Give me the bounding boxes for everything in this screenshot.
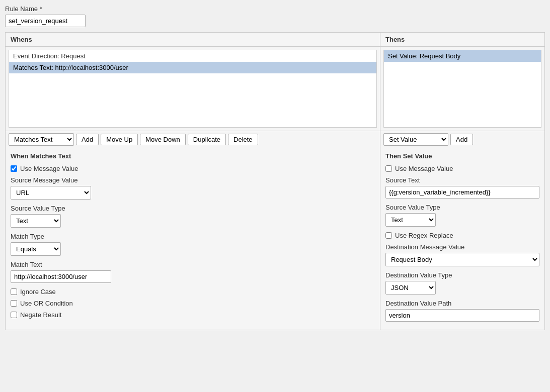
when-matches-text-form: Use Message Value Source Message Value U… bbox=[6, 162, 380, 326]
thens-header: Thens bbox=[380, 33, 544, 47]
rule-name-input[interactable] bbox=[5, 15, 86, 27]
destination-message-value-select[interactable]: Request Body Response Body Header Query … bbox=[385, 253, 539, 266]
ignore-case-label[interactable]: Ignore Case bbox=[20, 288, 56, 296]
match-text-input[interactable] bbox=[11, 270, 111, 283]
whens-panel: Whens Event Direction: Request Matches T… bbox=[5, 32, 380, 330]
thens-panel: Thens Set Value: Request Body Set Value … bbox=[380, 32, 545, 330]
negate-result-checkbox[interactable] bbox=[11, 312, 17, 318]
list-item[interactable]: Event Direction: Request bbox=[9, 50, 376, 62]
thens-type-dropdown[interactable]: Set Value Set Header Remove Header Set S… bbox=[383, 133, 448, 146]
whens-list[interactable]: Event Direction: Request Matches Text: h… bbox=[9, 50, 377, 128]
source-value-type-label: Source Value Type bbox=[11, 205, 375, 212]
thens-toolbar: Set Value Set Header Remove Header Set S… bbox=[380, 131, 544, 148]
rule-name-label: Rule Name * bbox=[5, 5, 545, 13]
whens-toolbar: Matches Text Event Direction Matches Hea… bbox=[6, 131, 380, 148]
rule-name-section: Rule Name * bbox=[5, 5, 545, 27]
whens-move-up-button[interactable]: Move Up bbox=[101, 134, 138, 145]
match-text-label: Match Text bbox=[11, 261, 375, 268]
match-text-group: Match Text bbox=[11, 261, 375, 283]
then-source-value-type-select[interactable]: Text JSON XML bbox=[385, 213, 436, 227]
source-text-group: Source Text bbox=[385, 176, 539, 199]
destination-value-path-label: Destination Value Path bbox=[385, 300, 539, 307]
whens-header: Whens bbox=[6, 33, 380, 47]
use-regex-replace-label[interactable]: Use Regex Replace bbox=[395, 232, 453, 239]
thens-list[interactable]: Set Value: Request Body bbox=[383, 50, 541, 128]
when-matches-text-title: When Matches Text bbox=[6, 148, 380, 162]
source-text-label: Source Text bbox=[385, 176, 539, 184]
use-or-condition-row: Use OR Condition bbox=[11, 300, 375, 307]
whens-move-down-button[interactable]: Move Down bbox=[140, 134, 186, 145]
destination-value-path-input[interactable] bbox=[385, 309, 539, 322]
then-use-message-value-label[interactable]: Use Message Value bbox=[395, 165, 453, 172]
source-text-input[interactable] bbox=[385, 186, 539, 199]
then-set-value-title: Then Set Value bbox=[380, 148, 544, 162]
list-item[interactable]: Matches Text: http://localhost:3000/user bbox=[9, 62, 376, 73]
then-set-value-form: Use Message Value Source Text Source Val… bbox=[380, 162, 544, 330]
use-regex-replace-row: Use Regex Replace bbox=[385, 232, 539, 239]
negate-result-row: Negate Result bbox=[11, 311, 375, 319]
source-value-type-select[interactable]: Text JSON XML bbox=[11, 214, 61, 228]
use-regex-replace-checkbox[interactable] bbox=[385, 232, 392, 239]
whens-type-dropdown[interactable]: Matches Text Event Direction Matches Hea… bbox=[9, 133, 74, 146]
then-source-value-type-label: Source Value Type bbox=[385, 204, 539, 211]
ignore-case-checkbox[interactable] bbox=[11, 288, 17, 295]
destination-value-type-select[interactable]: JSON Text XML bbox=[385, 281, 436, 295]
match-type-group: Match Type Equals Contains Starts With E… bbox=[11, 233, 375, 256]
then-source-value-type-group: Source Value Type Text JSON XML bbox=[385, 204, 539, 227]
use-message-value-checkbox[interactable] bbox=[11, 165, 17, 172]
use-message-value-label[interactable]: Use Message Value bbox=[20, 165, 78, 172]
source-message-value-label: Source Message Value bbox=[11, 176, 375, 184]
destination-message-value-group: Destination Message Value Request Body R… bbox=[385, 243, 539, 266]
source-value-type-group: Source Value Type Text JSON XML bbox=[11, 205, 375, 228]
use-message-value-row: Use Message Value bbox=[11, 165, 375, 172]
use-or-condition-checkbox[interactable] bbox=[11, 300, 17, 307]
then-use-message-value-checkbox[interactable] bbox=[385, 165, 392, 172]
destination-value-type-label: Destination Value Type bbox=[385, 271, 539, 279]
list-item[interactable]: Set Value: Request Body bbox=[384, 50, 541, 62]
whens-duplicate-button[interactable]: Duplicate bbox=[188, 134, 226, 145]
thens-add-button[interactable]: Add bbox=[450, 134, 473, 145]
destination-value-type-group: Destination Value Type JSON Text XML bbox=[385, 271, 539, 295]
destination-message-value-label: Destination Message Value bbox=[385, 243, 539, 251]
then-use-message-value-row: Use Message Value bbox=[385, 165, 539, 172]
main-columns: Whens Event Direction: Request Matches T… bbox=[5, 32, 545, 330]
whens-delete-button[interactable]: Delete bbox=[228, 134, 258, 145]
destination-value-path-group: Destination Value Path bbox=[385, 300, 539, 322]
negate-result-label[interactable]: Negate Result bbox=[20, 311, 61, 319]
use-or-condition-label[interactable]: Use OR Condition bbox=[20, 300, 73, 307]
match-type-select[interactable]: Equals Contains Starts With Ends With Re… bbox=[11, 242, 61, 256]
source-message-value-select[interactable]: URL Body Header Query String bbox=[11, 186, 91, 200]
source-message-value-group: Source Message Value URL Body Header Que… bbox=[11, 176, 375, 200]
whens-add-button[interactable]: Add bbox=[76, 134, 99, 145]
match-type-label: Match Type bbox=[11, 233, 375, 240]
ignore-case-row: Ignore Case bbox=[11, 288, 375, 296]
